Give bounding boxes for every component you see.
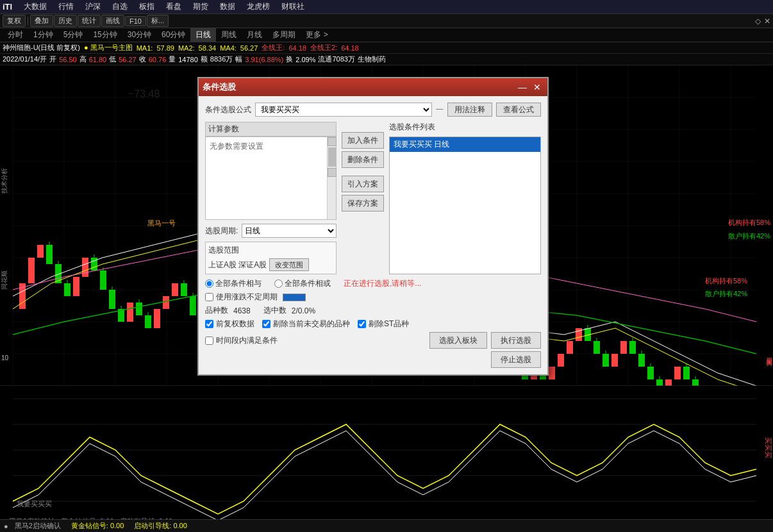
condition-item-0[interactable]: 我要买买买 日线 (390, 137, 540, 152)
menu-market[interactable]: 行情 (53, 0, 79, 13)
menu-data[interactable]: 数据 (215, 0, 240, 13)
btn-column: 加入条件 删除条件 引入方案 保存方案 (342, 122, 384, 274)
count-value2: 2/0.0% (292, 306, 315, 315)
ma1-label: MA1: (137, 44, 153, 52)
tab-fen[interactable]: 分时 (3, 28, 28, 42)
detail-date: 2022/01/14/开 (3, 54, 47, 64)
detail-change: 3.91(6.88%) (245, 56, 283, 63)
import-btn[interactable]: 引入方案 (342, 176, 384, 192)
signal1: ● (4, 522, 8, 530)
count-label2: 选中数 (263, 305, 287, 316)
tab-60min[interactable]: 60分钟 (156, 28, 190, 42)
time-period-cb[interactable]: 时间段内满足条件 (205, 335, 278, 346)
period-row: 选股周期: 日线 (205, 224, 337, 238)
tab-more[interactable]: 更多 > (301, 28, 333, 42)
radio-all-or[interactable]: 全部条件相或 (274, 278, 331, 289)
detail-high-label: 高 (79, 54, 87, 64)
menu-watchlist[interactable]: 自选 (107, 0, 133, 13)
execute-btn[interactable]: 执行选股 (491, 332, 541, 349)
use-period-checkbox[interactable] (205, 293, 213, 301)
save-btn[interactable]: 保存方案 (342, 195, 384, 212)
detail-amount-label: 额 (201, 54, 208, 64)
range-title: 选股范围 (208, 245, 333, 256)
menu-financial[interactable]: 财联社 (276, 0, 310, 13)
more-btn[interactable]: 标... (147, 15, 169, 27)
detail-change-label: 幅 (235, 54, 242, 64)
change-range-btn[interactable]: 改变范围 (269, 258, 309, 271)
tab-1min[interactable]: 1分钟 (28, 28, 58, 42)
dialog-titlebar[interactable]: 条件选股 — ✕ (199, 78, 547, 96)
params-note: 无参数需要设置 (210, 142, 263, 151)
stats-btn[interactable]: 统计 (78, 15, 101, 27)
tab-5min[interactable]: 5分钟 (58, 28, 88, 42)
detail-vol: 14780 (178, 56, 198, 63)
signal1-text: 黑马2启动确认 (15, 521, 61, 531)
buy-labels: 买 买 买 (764, 353, 773, 355)
menu-board2[interactable]: 看盘 (161, 0, 187, 13)
tab-30min[interactable]: 30分钟 (122, 28, 156, 42)
menu-bigdata[interactable]: 大数据 (19, 0, 52, 13)
prev-rights-cb[interactable]: 前复权数据 (205, 319, 254, 329)
scroll-thumb[interactable] (328, 147, 336, 167)
use-period-label: 使用涨跌不定周期 (216, 292, 278, 303)
exclude-st-cb[interactable]: 剔除ST品种 (358, 319, 409, 329)
menu-dragon[interactable]: 龙虎榜 (242, 0, 275, 13)
ma3-value: 56.27 (240, 44, 258, 52)
radio-row: 全部条件相与 全部条件相或 正在进行选股,请稍等... (205, 278, 541, 289)
detail-open-label: 开 (49, 54, 56, 64)
exclude-no-trade-cb[interactable]: 剔除当前未交易的品种 (262, 319, 350, 329)
params-content: 无参数需要设置 (206, 137, 327, 219)
stock-info-bar: 神州细胞-U(日线 前复权) ● 黑马一号主图 MA1: 57.89 MA2: … (0, 42, 773, 54)
use-period-row: 使用涨跌不定周期 (205, 292, 541, 303)
checkbox-group: 前复权数据 剔除当前未交易的品种 剔除ST品种 (205, 319, 541, 329)
count-value1: 4638 (233, 306, 251, 315)
close-icon[interactable]: ✕ (764, 17, 770, 26)
dialog-close-btn[interactable]: ✕ (531, 82, 544, 92)
dialog-minimize-btn[interactable]: — (515, 82, 529, 92)
indicator-name: ● 黑马一号主图 (84, 43, 133, 53)
scroll-down-arrow[interactable]: ▼ (328, 168, 337, 177)
tab-daily[interactable]: 日线 (190, 28, 216, 42)
quanxianwang2-label: 全线王2: (310, 43, 337, 53)
tab-monthly[interactable]: 月线 (242, 28, 267, 42)
tab-15min[interactable]: 15分钟 (88, 28, 122, 42)
bottom-signal: 我要买买买 (17, 499, 52, 509)
select-board-btn[interactable]: 选股入板块 (429, 332, 487, 349)
status-bar: ● 黑马2启动确认 黄金钻信号: 0.00 启动引导线: 0.00 (0, 519, 773, 532)
add-condition-btn[interactable]: 加入条件 (342, 132, 384, 149)
detail-vol-label: 量 (169, 54, 176, 64)
menu-hushen[interactable]: 沪深 (80, 0, 106, 13)
stock-name: 神州细胞-U(日线 前复权) (3, 43, 80, 53)
delete-condition-btn[interactable]: 删除条件 (342, 151, 384, 168)
detail-close: 60.76 (149, 56, 167, 63)
range-section: 选股范围 上证A股 深证A股 改变范围 (205, 242, 337, 274)
dialog-title: 条件选股 (203, 81, 236, 93)
f10-btn[interactable]: F10 (125, 16, 146, 26)
usage-note-btn[interactable]: 用法注释 (447, 103, 492, 117)
fuquan-btn[interactable]: 复权 (3, 15, 26, 27)
count-label1: 品种数 (205, 305, 228, 316)
tab-multi[interactable]: 多周期 (267, 28, 301, 42)
signal3-text: 启动引导线: 0.00 (134, 521, 187, 531)
scroll-up-arrow[interactable]: ▲ (328, 137, 337, 146)
menu-futures[interactable]: 期货 (188, 0, 213, 13)
quanxianwang2-value: 64.18 (341, 44, 359, 52)
tab-weekly[interactable]: 周线 (216, 28, 242, 42)
diejia-btn[interactable]: 叠加 (30, 15, 53, 27)
formula-select[interactable]: 我要买买买 (255, 103, 432, 117)
ma1-value: 57.89 (156, 44, 174, 52)
history-btn[interactable]: 历史 (54, 15, 77, 27)
stop-btn[interactable]: 停止选股 (491, 351, 541, 368)
menu-board[interactable]: 板指 (134, 0, 160, 13)
formula-label: 条件选股公式 (205, 104, 251, 115)
detail-float: 流通7083万 (318, 54, 354, 64)
radio-all-match[interactable]: 全部条件相与 (205, 278, 262, 289)
view-formula-btn[interactable]: 查看公式 (496, 103, 541, 117)
right-info-panel: 机构持有58% 散户持有42% (728, 218, 770, 241)
period-select[interactable]: 日线 (242, 224, 337, 238)
condition-list[interactable]: 我要买买买 日线 (389, 137, 541, 274)
detail-turnover-label: 换 (286, 54, 293, 64)
draw-btn[interactable]: 画线 (101, 15, 124, 27)
action-buttons: 选股入板块 执行选股 (429, 332, 541, 349)
period-label: 选股周期: (205, 226, 238, 237)
